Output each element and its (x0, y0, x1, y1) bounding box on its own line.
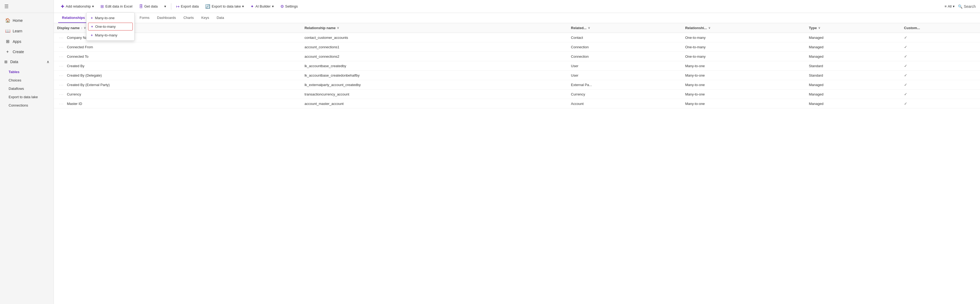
cell-type-2: Managed (805, 52, 900, 61)
get-data-icon: 🗄 (139, 4, 143, 9)
checkmark-4: ✓ (904, 73, 907, 77)
add-relationship-button[interactable]: ✚ Add relationship ▾ (58, 2, 97, 11)
dots-menu-6[interactable]: ··· (57, 92, 66, 96)
hamburger-icon[interactable]: ☰ (4, 3, 9, 10)
get-data-dropdown[interactable]: ▾ (162, 3, 169, 10)
dropdown-many-to-many[interactable]: + Many-to-many (86, 31, 134, 39)
relationships-table: Display name ↑ ∨ Relationship name ∨ (54, 23, 980, 109)
col-header-relationship-name[interactable]: Relationship name ∨ (301, 23, 568, 33)
checkmark-5: ✓ (904, 83, 907, 87)
one-to-many-plus-icon: + (91, 24, 93, 29)
cell-type-5: Managed (805, 80, 900, 90)
sidebar-sub-item-choices[interactable]: Choices (0, 76, 54, 85)
export-lake-button[interactable]: 🔄 Export to data lake ▾ (202, 2, 247, 11)
dots-menu-3[interactable]: ··· (57, 64, 66, 68)
sidebar-item-data[interactable]: ⊞ Data ∧ (0, 57, 54, 67)
app-container: ☰ 🏠 Home 📖 Learn ⊞ Apps + Create ⊞ (0, 0, 980, 304)
sidebar-item-home[interactable]: 🏠 Home (0, 15, 54, 26)
tab-keys[interactable]: Keys (198, 13, 213, 23)
cell-custom-4: ✓ (901, 71, 980, 80)
cell-type-3: Standard (805, 61, 900, 71)
dots-menu-0[interactable]: ··· (57, 35, 66, 40)
table-row: ··· Created By (Delegate) lk_accountbase… (54, 71, 980, 80)
tab-keys-label: Keys (201, 16, 209, 20)
cell-display-name-7: ··· Master ID (54, 99, 301, 109)
ai-builder-icon: ✦ (250, 4, 254, 9)
tab-relationships[interactable]: Relationships (58, 13, 89, 23)
many-to-many-label: Many-to-many (95, 33, 118, 37)
tab-relationships-label: Relationships (62, 16, 85, 20)
sidebar-header: ☰ (0, 0, 54, 13)
add-relationship-dropdown: + Many-to-one + One-to-many + Many-to-ma… (86, 13, 135, 41)
cell-rel-name-1: account_connections1 (301, 42, 568, 52)
cell-reltype-5: Many-to-one (682, 80, 805, 90)
table-row: ··· Connected To account_connections2 Co… (54, 52, 980, 61)
sidebar-item-create[interactable]: + Create (0, 46, 54, 57)
sidebar-sub-item-tables-label: Tables (9, 70, 19, 74)
many-to-one-label: Many-to-one (95, 16, 115, 20)
filter-lines-icon: ≡ (945, 4, 947, 8)
col-header-custom[interactable]: Custom... (901, 23, 980, 33)
data-sub-items: Tables Choices Dataflows Export to data … (0, 67, 54, 110)
cell-display-name-5: ··· Created By (External Party) (54, 80, 301, 90)
one-to-many-label: One-to-many (95, 24, 116, 29)
cell-rel-name-5: lk_externalparty_account_createdby (301, 80, 568, 90)
ai-builder-label: AI Builder (255, 4, 270, 8)
sidebar-item-apps[interactable]: ⊞ Apps (0, 36, 54, 46)
get-data-button[interactable]: 🗄 Get data (136, 2, 161, 10)
cell-custom-1: ✓ (901, 42, 980, 52)
cell-custom-0: ✓ (901, 33, 980, 42)
tab-forms[interactable]: Forms (136, 13, 153, 23)
dots-menu-4[interactable]: ··· (57, 74, 66, 77)
sidebar-sub-item-connections[interactable]: Connections (0, 101, 54, 109)
add-icon: ✚ (61, 4, 64, 9)
sidebar-item-learn-label: Learn (13, 29, 22, 33)
col-header-type[interactable]: Type ∨ (805, 23, 900, 33)
export-data-label: Export data (181, 4, 199, 8)
table-header-row: Display name ↑ ∨ Relationship name ∨ (54, 23, 980, 33)
sort-asc-icon: ↑ (81, 26, 83, 30)
cell-rel-name-2: account_connections2 (301, 52, 568, 61)
sidebar-nav: 🏠 Home 📖 Learn ⊞ Apps + Create ⊞ Data ∧ (0, 13, 54, 113)
cell-reltype-3: Many-to-one (682, 61, 805, 71)
cell-display-name-6: ··· Currency (54, 90, 301, 99)
dropdown-one-to-many[interactable]: + One-to-many (88, 22, 133, 30)
cell-custom-6: ✓ (901, 90, 980, 99)
sidebar-sub-item-export[interactable]: Export to data lake (0, 93, 54, 101)
ai-builder-button[interactable]: ✦ AI Builder ▾ (248, 2, 276, 11)
dots-menu-5[interactable]: ··· (57, 83, 66, 87)
col-reltype-label: Relationshi... (685, 26, 707, 30)
col-header-related[interactable]: Related... ∨ (568, 23, 682, 33)
export-lake-label: Export to data lake (212, 4, 241, 8)
col-header-reltype[interactable]: Relationshi... ∨ (682, 23, 805, 33)
col-rel-name-label: Relationship name (305, 26, 336, 30)
get-data-label: Get data (144, 4, 158, 8)
search-button[interactable]: 🔍 Search (958, 4, 976, 9)
filter-button[interactable]: ≡ All ▾ (943, 3, 957, 10)
sidebar-item-learn[interactable]: 📖 Learn (0, 26, 54, 36)
get-data-chevron-icon: ▾ (164, 4, 166, 8)
dropdown-many-to-one[interactable]: + Many-to-one (86, 14, 134, 22)
settings-button[interactable]: ⚙ Settings (278, 2, 301, 11)
ai-builder-chevron-icon: ▾ (272, 4, 274, 8)
tab-charts-label: Charts (183, 16, 194, 20)
cell-reltype-2: One-to-many (682, 52, 805, 61)
dots-menu-1[interactable]: ··· (57, 45, 66, 49)
cell-type-7: Managed (805, 99, 900, 109)
sidebar-sub-item-tables[interactable]: Tables (0, 68, 54, 76)
sidebar-sub-item-dataflows-label: Dataflows (9, 86, 24, 91)
main-content: ✚ Add relationship ▾ ⊞ Edit data in Exce… (54, 0, 980, 304)
tab-charts[interactable]: Charts (180, 13, 197, 23)
tab-dashboards[interactable]: Dashboards (153, 13, 180, 23)
tab-data[interactable]: Data (213, 13, 228, 23)
dots-menu-7[interactable]: ··· (57, 102, 66, 106)
cell-rel-name-7: account_master_account (301, 99, 568, 109)
edit-excel-button[interactable]: ⊞ Edit data in Excel (98, 2, 135, 11)
dots-menu-2[interactable]: ··· (57, 54, 66, 59)
export-data-button[interactable]: ↦ Export data (173, 2, 202, 11)
cell-custom-7: ✓ (901, 99, 980, 109)
table-row: ··· Created By (External Party) lk_exter… (54, 80, 980, 90)
apps-icon: ⊞ (5, 39, 10, 44)
sidebar-sub-item-dataflows[interactable]: Dataflows (0, 85, 54, 93)
settings-label: Settings (285, 4, 298, 8)
